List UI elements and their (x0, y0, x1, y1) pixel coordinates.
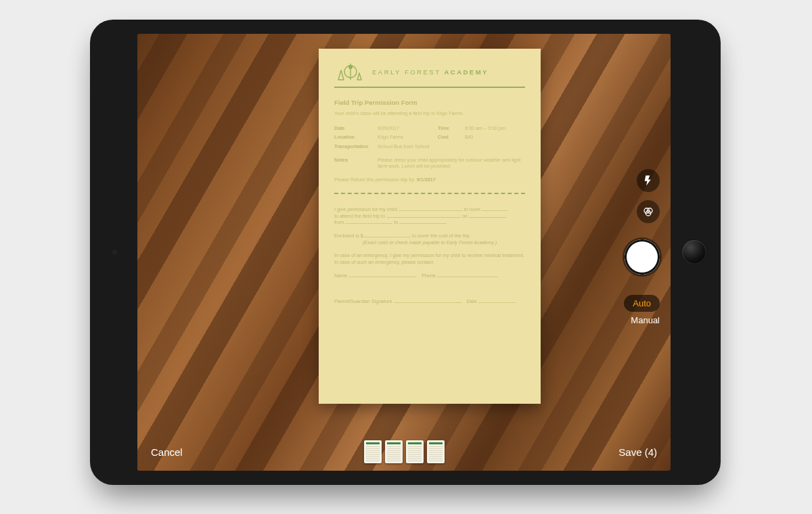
brand-light: EARLY FOREST (372, 68, 444, 76)
school-name: EARLY FOREST ACADEMY (372, 68, 489, 77)
signature-label: Parent/Guardian Signature (334, 298, 394, 304)
tear-line (334, 193, 525, 194)
notes-label: Notes (334, 157, 378, 170)
cost-label: Cost (438, 134, 465, 141)
consent-2b: on (461, 213, 469, 219)
date-value: 9/29/2017 (378, 125, 438, 132)
contact-line: Name Phone (334, 273, 525, 279)
payable-note: (Exact cash or check made payable to Ear… (334, 239, 525, 246)
capture-mode-auto[interactable]: Auto (624, 295, 660, 312)
blank-room (482, 206, 508, 210)
flash-icon (642, 174, 654, 187)
notes-value: Please dress your child appropriately fo… (378, 157, 525, 170)
bottom-toolbar: Cancel Save (4) (137, 433, 671, 471)
return-by-prefix: Please Return this permission slip by: (334, 177, 417, 183)
emergency-paragraph: In case of an emergency, I give my permi… (334, 252, 525, 265)
contact-name-label: Name (334, 273, 348, 279)
location-label: Location (334, 134, 378, 141)
blank-contact-name (348, 273, 416, 277)
consent-3b: to (392, 219, 399, 225)
time-label: Time (438, 125, 465, 132)
blank-sig-date (478, 298, 516, 302)
return-by-date: 9/1/2017 (417, 177, 436, 183)
consent-line-1: I give permission for my child in room t… (334, 206, 525, 226)
blank-from-time (345, 220, 392, 224)
scanner-screen: EARLY FOREST ACADEMY Field Trip Permissi… (137, 34, 671, 471)
ipad-device-frame: EARLY FOREST ACADEMY Field Trip Permissi… (90, 20, 721, 485)
form-subtitle: Your child's class will be attending a f… (334, 110, 525, 117)
consent-1b: in room (463, 206, 482, 212)
cost-value: $40 (465, 134, 525, 141)
return-by: Please Return this permission slip by: 9… (334, 177, 525, 183)
stage: EARLY FOREST ACADEMY Field Trip Permissi… (0, 0, 812, 514)
scanned-document: EARLY FOREST ACADEMY Field Trip Permissi… (319, 49, 541, 404)
consent-3a: from (334, 219, 345, 225)
brand-bold: ACADEMY (444, 68, 489, 76)
front-camera (112, 250, 117, 255)
scan-thumbnail[interactable] (385, 440, 403, 463)
school-logo-icon (334, 62, 365, 83)
scan-thumbnail[interactable] (364, 440, 382, 463)
contact-phone-label: Phone (422, 273, 437, 279)
blank-child-name (399, 206, 463, 210)
sig-date-label: Date (467, 298, 478, 304)
flash-button[interactable] (637, 169, 660, 192)
consent-2a: to attend the field trip to (334, 213, 386, 219)
time-value: 9:30 am – 3:00 pm (465, 125, 525, 132)
transport-value: School Bus from School (378, 143, 525, 150)
enclosed-line: Enclosed is $ to cover the cost of the t… (334, 233, 525, 246)
enclosed-a: Enclosed is $ (334, 233, 363, 239)
blank-destination (386, 213, 461, 217)
filters-icon (642, 206, 654, 218)
signature-line: Parent/Guardian Signature Date (334, 298, 525, 305)
notes-row: Notes Please dress your child appropriat… (334, 157, 525, 170)
date-label: Date (334, 125, 378, 132)
form-fields-grid: Date 9/29/2017 Time 9:30 am – 3:00 pm Lo… (334, 125, 525, 150)
header-rule (334, 87, 525, 88)
consent-1a: I give permission for my child (334, 206, 399, 212)
cancel-button[interactable]: Cancel (151, 446, 183, 458)
scan-thumbnail[interactable] (427, 440, 445, 463)
blank-on-date (469, 213, 506, 217)
scan-thumbnails (364, 440, 445, 463)
capture-mode-manual[interactable]: Manual (631, 315, 660, 325)
filters-button[interactable] (637, 200, 660, 223)
save-button[interactable]: Save (4) (618, 446, 657, 458)
blank-signature (394, 298, 461, 302)
shutter-button[interactable] (625, 239, 660, 275)
blank-to-time (399, 220, 447, 224)
blank-amount (363, 233, 411, 237)
transport-label: Transportation (334, 143, 378, 150)
location-value: Kilgo Farms (378, 134, 438, 141)
svg-point-2 (349, 66, 353, 69)
enclosed-b: to cover the cost of the trip. (411, 233, 471, 239)
form-title: Field Trip Permission Form (334, 99, 525, 108)
scan-thumbnail[interactable] (406, 440, 424, 463)
blank-contact-phone (437, 273, 498, 277)
home-button[interactable] (682, 240, 706, 264)
